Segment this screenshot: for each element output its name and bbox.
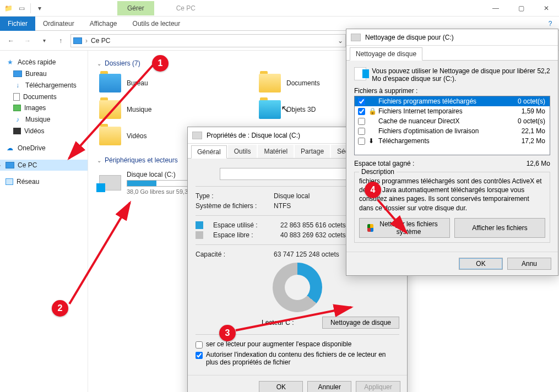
folder-bureau[interactable]: Bureau <box>97 72 240 95</box>
folder-icon <box>99 74 121 92</box>
list-item-checkbox[interactable] <box>358 98 365 105</box>
maximize-button[interactable]: ▢ <box>508 0 534 17</box>
list-item[interactable]: Cache de nuanceur DirectX0 octet(s) <box>355 116 550 126</box>
sidebar-item-downloads[interactable]: Téléchargements <box>0 79 88 91</box>
download-icon <box>13 81 22 90</box>
cursor-icon: ↖ <box>281 103 289 115</box>
list-item-name: Fichiers Internet temporaires <box>378 107 463 115</box>
tab-general[interactable]: Général <box>191 145 227 159</box>
recent-dropdown[interactable]: ▾ <box>37 34 51 47</box>
list-item-size: 22,1 Mo <box>522 127 547 135</box>
ribbon-file-tab[interactable]: Fichier <box>0 17 35 31</box>
drive-letter-label: Lecteur C : <box>262 319 294 326</box>
minimize-button[interactable]: — <box>483 0 508 17</box>
folder-icon <box>99 127 121 145</box>
tab-hardware[interactable]: Matériel <box>258 145 294 158</box>
files-listbox[interactable]: Fichiers programmes téléchargés0 octet(s… <box>354 96 550 155</box>
ribbon-tab-view[interactable]: Affichage <box>82 17 125 30</box>
label-free: Espace libre : <box>213 231 274 239</box>
folder-label: Vidéos <box>127 132 146 140</box>
list-item-name: Fichiers d'optimisation de livraison <box>378 127 479 135</box>
ribbon-tab-computer[interactable]: Ordinateur <box>35 17 82 30</box>
sidebar-onedrive[interactable]: OneDrive <box>0 142 88 154</box>
tab-cleanup[interactable]: Nettoyage de disque <box>350 47 422 61</box>
list-item[interactable]: 🔒Fichiers Internet temporaires1,59 Mo <box>355 106 550 116</box>
file-icon <box>368 117 376 125</box>
cleanup-icon <box>354 67 366 80</box>
folder-icon <box>259 100 281 119</box>
title-bar: 📁 ▭ ▾ Gérer Ce PC — ▢ ✕ <box>0 0 559 17</box>
description-group: Description fichiers programmes téléchar… <box>354 172 550 243</box>
drive-icon <box>99 175 121 190</box>
cancel-button[interactable]: Annuler <box>307 381 351 392</box>
sidebar-label: Musique <box>25 116 50 123</box>
sidebar-network[interactable]: Réseau <box>0 176 88 187</box>
value-type: Disque local <box>274 192 310 200</box>
sidebar-item-videos[interactable]: Vidéos <box>0 126 88 137</box>
show-files-button[interactable]: Afficher les fichiers <box>454 218 545 238</box>
list-label: Fichiers à supprimer : <box>354 87 550 95</box>
dialog-title: Nettoyage de disque pour (C:) <box>365 34 454 41</box>
folder-icon: 📁 <box>2 2 14 14</box>
list-item[interactable]: Fichiers d'optimisation de livraison22,1… <box>355 126 550 136</box>
sidebar-label: Bureau <box>25 70 47 78</box>
back-button[interactable]: ← <box>4 34 18 47</box>
file-icon <box>368 97 376 105</box>
sidebar-item-desktop[interactable]: Bureau <box>0 68 88 79</box>
value-capacity: 63 747 125 248 octets <box>274 251 339 258</box>
apply-button[interactable]: Appliquer <box>356 381 400 392</box>
value-used: 22 863 855 616 octets <box>280 221 346 229</box>
forward-button[interactable]: → <box>21 34 34 47</box>
up-button[interactable]: ↑ <box>54 34 67 47</box>
drive-icon <box>192 132 202 139</box>
sidebar-item-music[interactable]: Musique <box>0 113 88 126</box>
list-item[interactable]: ⬇Téléchargements17,2 Mo <box>355 136 550 146</box>
compress-checkbox-row[interactable]: ser ce lecteur pour augmenter l'espace d… <box>196 340 399 349</box>
properties-icon[interactable]: ▭ <box>15 2 28 14</box>
sidebar-item-images[interactable]: Images <box>0 102 88 113</box>
sidebar-label: Accès rapide <box>18 58 56 66</box>
folder-label: Bureau <box>127 79 148 87</box>
network-icon <box>6 178 13 185</box>
index-checkbox-row[interactable]: Autoriser l'indexation du contenu des fi… <box>196 351 399 366</box>
dialog-title-bar[interactable]: Nettoyage de disque pour (C:) <box>346 29 558 46</box>
address-dropdown-icon[interactable]: ⌄ <box>338 37 343 45</box>
close-button[interactable]: ✕ <box>534 0 559 17</box>
folder-icon <box>259 74 281 92</box>
list-item[interactable]: Fichiers programmes téléchargés0 octet(s… <box>355 96 550 106</box>
context-tab-manage[interactable]: Gérer <box>117 1 154 15</box>
ok-button[interactable]: OK <box>259 381 303 392</box>
sidebar-label: OneDrive <box>18 144 46 152</box>
list-item-size: 0 octet(s) <box>518 117 547 125</box>
sidebar-item-documents[interactable]: Documents <box>0 91 88 102</box>
compress-label: ser ce lecteur pour augmenter l'espace d… <box>206 340 351 348</box>
address-bar[interactable]: › Ce PC ⌄ <box>70 34 346 47</box>
sidebar-label: Réseau <box>17 178 39 186</box>
list-item-checkbox[interactable] <box>358 138 365 145</box>
list-item-checkbox[interactable] <box>358 108 365 115</box>
qat-dropdown-icon[interactable]: ▾ <box>34 2 46 14</box>
sidebar-thispc[interactable]: ›Ce PC <box>0 160 88 171</box>
compress-checkbox[interactable] <box>196 341 203 349</box>
clean-system-files-button[interactable]: Nettoyer les fichiers système <box>359 218 450 238</box>
ok-button[interactable]: OK <box>459 258 503 270</box>
chevron-right-icon[interactable]: › <box>0 162 4 168</box>
breadcrumb-thispc[interactable]: Ce PC <box>91 37 110 45</box>
list-item-checkbox[interactable] <box>358 128 365 135</box>
cancel-button[interactable]: Annu <box>507 258 551 270</box>
index-checkbox[interactable] <box>196 352 203 359</box>
help-icon[interactable]: ? <box>545 20 556 28</box>
total-label: Espace total gagné : <box>354 160 414 167</box>
group-label: Description <box>359 168 397 176</box>
ribbon-tab-drivetools[interactable]: Outils de lecteur <box>125 17 188 30</box>
tab-tools[interactable]: Outils <box>228 145 257 158</box>
disk-cleanup-button[interactable]: Nettoyage de disque <box>322 317 399 329</box>
folder-musique[interactable]: Musique <box>97 98 240 121</box>
tab-sharing[interactable]: Partage <box>295 145 330 158</box>
label-capacity: Capacité : <box>196 251 267 258</box>
lock-icon: 🔒 <box>368 107 376 115</box>
list-item-name: Fichiers programmes téléchargés <box>378 97 476 105</box>
sidebar-quick-access[interactable]: Accès rapide <box>0 56 88 68</box>
list-item-checkbox[interactable] <box>358 118 365 125</box>
list-item-size: 17,2 Mo <box>522 137 547 145</box>
